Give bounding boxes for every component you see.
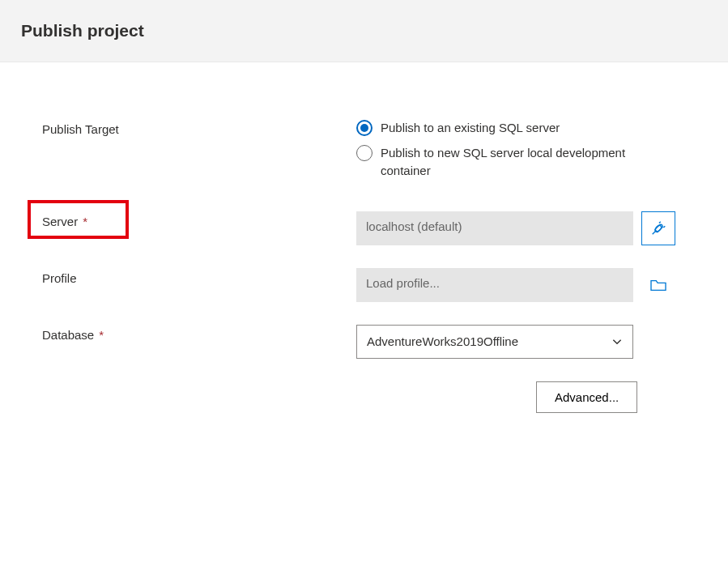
dialog-header: Publish project bbox=[0, 0, 728, 62]
profile-label: Profile bbox=[42, 271, 77, 285]
radio-unchecked-icon[interactable] bbox=[356, 145, 373, 161]
server-input[interactable]: localhost (default) bbox=[356, 211, 633, 245]
publish-target-existing-option[interactable]: Publish to an existing SQL server bbox=[356, 119, 640, 138]
publish-target-label: Publish Target bbox=[42, 119, 356, 136]
dialog-title: Publish project bbox=[21, 21, 707, 40]
plug-icon bbox=[649, 219, 667, 237]
dialog-content: Publish Target Publish to an existing SQ… bbox=[0, 62, 728, 445]
folder-icon bbox=[649, 278, 667, 292]
database-select[interactable]: AdventureWorks2019Offline bbox=[356, 325, 633, 359]
database-value: AdventureWorks2019Offline bbox=[367, 334, 518, 348]
profile-row: Profile Load profile... bbox=[42, 268, 696, 302]
publish-target-new-label: Publish to new SQL server local developm… bbox=[381, 144, 640, 181]
server-label-container: Server* bbox=[42, 211, 356, 228]
actions-row: Advanced... bbox=[42, 381, 696, 413]
radio-checked-icon[interactable] bbox=[356, 120, 373, 136]
required-indicator: * bbox=[99, 328, 104, 342]
server-label: Server bbox=[42, 215, 78, 228]
publish-target-radio-group: Publish to an existing SQL server Publis… bbox=[356, 119, 640, 181]
chevron-down-icon bbox=[611, 336, 623, 347]
required-indicator: * bbox=[83, 215, 87, 228]
database-row: Database* AdventureWorks2019Offline bbox=[42, 325, 696, 359]
publish-target-existing-label: Publish to an existing SQL server bbox=[381, 119, 560, 138]
publish-target-new-option[interactable]: Publish to new SQL server local developm… bbox=[356, 144, 640, 181]
browse-profile-button[interactable] bbox=[641, 268, 675, 302]
advanced-button[interactable]: Advanced... bbox=[536, 381, 637, 413]
publish-target-row: Publish Target Publish to an existing SQ… bbox=[42, 119, 696, 181]
database-label: Database bbox=[42, 328, 94, 342]
server-row: Server* localhost (default) bbox=[42, 211, 696, 245]
profile-input[interactable]: Load profile... bbox=[356, 268, 633, 302]
connect-server-button[interactable] bbox=[641, 211, 675, 245]
